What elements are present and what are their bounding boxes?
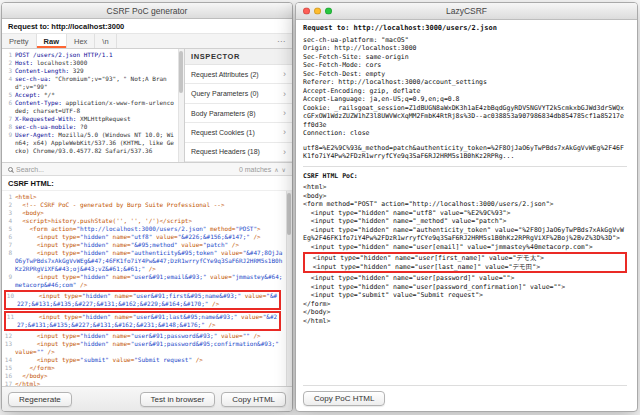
code-line: 1POST /users/2.json HTTP/1.1 bbox=[4, 51, 176, 59]
code-line: 10 <input type="hidden" name="user&#91;f… bbox=[6, 292, 279, 308]
text-line: <input type="submit" value="Submit reque… bbox=[303, 291, 627, 300]
tab-n[interactable]: \n bbox=[95, 34, 116, 48]
tab-hex[interactable]: Hex bbox=[67, 34, 95, 48]
tab-pretty[interactable]: Pretty bbox=[2, 34, 37, 48]
scrollbar-thumb[interactable] bbox=[287, 193, 291, 235]
copy-html-button[interactable]: Copy HTML bbox=[221, 392, 286, 407]
text-line: <input type="hidden" name="user[last_nam… bbox=[305, 263, 625, 272]
text-line: Sec-Fetch-Site: same-origin bbox=[303, 53, 627, 62]
request-lines: 1POST /users/2.json HTTP/1.12Host: local… bbox=[4, 51, 176, 155]
inspector-title: INSPECTOR bbox=[185, 49, 292, 65]
scrollbar-track bbox=[286, 191, 292, 386]
line-number: 12 bbox=[4, 332, 15, 340]
inspector-section[interactable]: Request Cookies (1)› bbox=[185, 123, 292, 142]
editor-tab-bar: PrettyRawHex\n ⋯ bbox=[2, 34, 292, 49]
text-line: Referer: http://localhost:3000/account_s… bbox=[303, 78, 627, 87]
code-text: POST /users/2.json HTTP/1.1 bbox=[15, 51, 176, 59]
raw-request-editor[interactable]: 1POST /users/2.json HTTP/1.12Host: local… bbox=[2, 49, 184, 162]
text-line: Accept-Encoding: gzip, deflate bbox=[303, 87, 627, 96]
right-window-title: LazyCSRF bbox=[446, 6, 487, 16]
text-line: <input type="hidden" name="user[password… bbox=[303, 283, 627, 292]
minimize-icon[interactable] bbox=[314, 8, 321, 15]
line-number: 8 bbox=[4, 249, 15, 273]
search-icon bbox=[8, 167, 13, 172]
line-number: 1 bbox=[4, 193, 15, 201]
request-body-line: utf8=%E2%9C%93&_method=patch&authenticit… bbox=[303, 144, 627, 161]
scrollbar-track bbox=[178, 49, 184, 162]
close-icon[interactable] bbox=[303, 8, 310, 15]
search-input[interactable] bbox=[16, 166, 236, 173]
zoom-icon[interactable] bbox=[325, 8, 332, 15]
text-line: Origin: http://localhost:3000 bbox=[303, 44, 627, 53]
code-line: 5Accept: */* bbox=[4, 91, 176, 99]
next-match-icon[interactable]: ∨ bbox=[282, 166, 286, 173]
line-number: 4 bbox=[4, 217, 15, 225]
csrf-html-code[interactable]: 1<html>2 <!-- CSRF PoC - generated by Bu… bbox=[2, 191, 292, 386]
copy-poc-html-button[interactable]: Copy PoC HTML bbox=[303, 391, 385, 406]
poc-label: CSRF HTML PoC: bbox=[303, 172, 627, 181]
chevron-right-icon: › bbox=[283, 89, 286, 99]
code-text: Accept: */* bbox=[15, 91, 176, 99]
code-line: 2Host: localhost:3000 bbox=[4, 59, 176, 67]
line-number: 9 bbox=[4, 273, 15, 289]
code-line: 6Content-Type: application/x-www-form-ur… bbox=[4, 99, 176, 115]
previous-match-icon[interactable]: ∧ bbox=[274, 166, 278, 173]
inspector-section-label: Request Attributes (2) bbox=[191, 71, 259, 78]
desktop: CSRF PoC generator Request to: http://lo… bbox=[0, 0, 640, 415]
line-number: 5 bbox=[4, 225, 15, 233]
code-line: 14 <input type="submit" value="Submit re… bbox=[4, 356, 283, 364]
code-line: 7 <input type="hidden" name="&#95;method… bbox=[4, 241, 283, 249]
chevron-right-icon: › bbox=[283, 147, 286, 157]
text-line: </form> bbox=[303, 300, 627, 309]
more-options-icon[interactable]: ⋯ bbox=[270, 34, 292, 48]
inspector-section[interactable]: Body Parameters (8)› bbox=[185, 104, 292, 123]
code-text: <html> bbox=[15, 193, 283, 201]
annotation-red-box: 11 <input type="hidden" name="user&#91;l… bbox=[4, 311, 281, 331]
text-line: <input type="hidden" name="_method" valu… bbox=[303, 217, 627, 226]
test-in-browser-button[interactable]: Test in browser bbox=[140, 392, 216, 407]
inspector-section-label: Request Headers (18) bbox=[191, 148, 260, 155]
request-target-label: Request to: http://localhost:3000 bbox=[2, 19, 292, 34]
code-text: X-Requested-With: XMLHttpRequest bbox=[15, 115, 176, 123]
spacer bbox=[117, 34, 270, 48]
divider bbox=[303, 166, 627, 167]
poc-code: <html><body><form method="POST" action="… bbox=[303, 183, 627, 325]
right-window-titlebar[interactable]: LazyCSRF bbox=[296, 3, 637, 20]
annotation-red-box: <input type="hidden" name="user[first_na… bbox=[303, 252, 627, 273]
search-bar: 0 matches ∧ ∨ bbox=[2, 163, 292, 176]
inspector-section[interactable]: Request Headers (18)› bbox=[185, 143, 292, 162]
spacer bbox=[303, 325, 627, 385]
request-editor-area: 1POST /users/2.json HTTP/1.12Host: local… bbox=[2, 49, 292, 163]
text-line: <input type="hidden" name="utf8" value="… bbox=[303, 209, 627, 218]
line-number: 10 bbox=[6, 292, 17, 308]
inspector-section[interactable]: Query Parameters (0)› bbox=[185, 84, 292, 103]
text-line: </body> bbox=[303, 308, 627, 317]
code-line: 17</html> bbox=[4, 380, 283, 386]
dialog-button-bar: Regenerate Test in browser Copy HTML bbox=[2, 386, 292, 411]
code-text: <input type="hidden" name="&#95;method" … bbox=[15, 241, 283, 249]
regenerate-button[interactable]: Regenerate bbox=[8, 392, 72, 407]
inspector-section-label: Request Cookies (1) bbox=[191, 129, 255, 136]
text-line: </html> bbox=[303, 317, 627, 326]
code-text: <form action="http://localhost:3000/user… bbox=[15, 225, 283, 233]
scrollbar-thumb[interactable] bbox=[179, 51, 183, 93]
line-number: 7 bbox=[4, 115, 15, 123]
text-line: Sec-Fetch-Dest: empty bbox=[303, 70, 627, 79]
code-text: <input type="hidden" name="user&#91;emai… bbox=[15, 273, 283, 289]
left-window-titlebar[interactable]: CSRF PoC generator bbox=[2, 3, 292, 19]
csrf-html-label: CSRF HTML: bbox=[2, 176, 292, 191]
text-line: sec-ch-ua-platform: "macOS" bbox=[303, 36, 627, 45]
inspector-section-label: Body Parameters (8) bbox=[191, 110, 256, 117]
search-match-count: 0 matches bbox=[239, 166, 271, 173]
line-number: 3 bbox=[4, 209, 15, 217]
chevron-right-icon: › bbox=[283, 127, 286, 137]
tab-raw[interactable]: Raw bbox=[37, 34, 67, 48]
inspector-section[interactable]: Request Attributes (2)› bbox=[185, 65, 292, 84]
chevron-right-icon: › bbox=[283, 69, 286, 79]
line-number: 2 bbox=[4, 201, 15, 209]
left-window-title: CSRF PoC generator bbox=[107, 6, 188, 16]
chevron-right-icon: › bbox=[283, 108, 286, 118]
lazycsrf-window: LazyCSRF Request to: http://localhost:30… bbox=[295, 2, 638, 412]
code-text: sec-ch-ua-mobile: ?0 bbox=[15, 123, 176, 131]
code-text: Content-Type: application/x-www-form-url… bbox=[15, 99, 176, 115]
